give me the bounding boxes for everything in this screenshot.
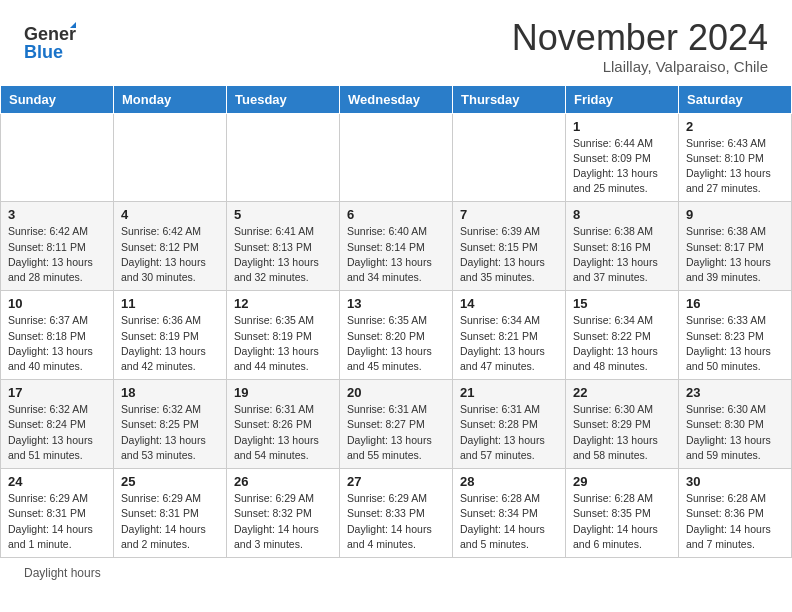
col-header-wednesday: Wednesday [340, 85, 453, 113]
col-header-monday: Monday [114, 85, 227, 113]
svg-text:General: General [24, 24, 76, 44]
day-info: Sunrise: 6:42 AM Sunset: 8:11 PM Dayligh… [8, 224, 106, 285]
calendar-cell: 11Sunrise: 6:36 AM Sunset: 8:19 PM Dayli… [114, 291, 227, 380]
day-info: Sunrise: 6:31 AM Sunset: 8:28 PM Dayligh… [460, 402, 558, 463]
calendar-cell: 8Sunrise: 6:38 AM Sunset: 8:16 PM Daylig… [566, 202, 679, 291]
day-info: Sunrise: 6:29 AM Sunset: 8:33 PM Dayligh… [347, 491, 445, 552]
calendar-cell: 21Sunrise: 6:31 AM Sunset: 8:28 PM Dayli… [453, 380, 566, 469]
day-number: 19 [234, 385, 332, 400]
day-info: Sunrise: 6:35 AM Sunset: 8:20 PM Dayligh… [347, 313, 445, 374]
logo-area: General Blue [24, 18, 76, 62]
calendar-cell: 19Sunrise: 6:31 AM Sunset: 8:26 PM Dayli… [227, 380, 340, 469]
col-header-tuesday: Tuesday [227, 85, 340, 113]
header: General Blue November 2024 Llaillay, Val… [0, 0, 792, 85]
calendar-cell [340, 113, 453, 202]
day-number: 4 [121, 207, 219, 222]
day-number: 21 [460, 385, 558, 400]
daylight-label: Daylight hours [24, 566, 101, 580]
svg-text:Blue: Blue [24, 42, 63, 62]
calendar-cell: 22Sunrise: 6:30 AM Sunset: 8:29 PM Dayli… [566, 380, 679, 469]
day-info: Sunrise: 6:38 AM Sunset: 8:17 PM Dayligh… [686, 224, 784, 285]
day-info: Sunrise: 6:31 AM Sunset: 8:27 PM Dayligh… [347, 402, 445, 463]
calendar-cell: 6Sunrise: 6:40 AM Sunset: 8:14 PM Daylig… [340, 202, 453, 291]
day-number: 9 [686, 207, 784, 222]
day-number: 12 [234, 296, 332, 311]
calendar-cell: 23Sunrise: 6:30 AM Sunset: 8:30 PM Dayli… [679, 380, 792, 469]
day-number: 23 [686, 385, 784, 400]
day-info: Sunrise: 6:28 AM Sunset: 8:36 PM Dayligh… [686, 491, 784, 552]
calendar-cell: 25Sunrise: 6:29 AM Sunset: 8:31 PM Dayli… [114, 469, 227, 558]
day-number: 17 [8, 385, 106, 400]
calendar-cell: 5Sunrise: 6:41 AM Sunset: 8:13 PM Daylig… [227, 202, 340, 291]
calendar-cell [453, 113, 566, 202]
calendar-cell: 3Sunrise: 6:42 AM Sunset: 8:11 PM Daylig… [1, 202, 114, 291]
calendar-cell: 17Sunrise: 6:32 AM Sunset: 8:24 PM Dayli… [1, 380, 114, 469]
day-info: Sunrise: 6:39 AM Sunset: 8:15 PM Dayligh… [460, 224, 558, 285]
calendar-cell: 24Sunrise: 6:29 AM Sunset: 8:31 PM Dayli… [1, 469, 114, 558]
day-number: 26 [234, 474, 332, 489]
day-number: 7 [460, 207, 558, 222]
day-info: Sunrise: 6:32 AM Sunset: 8:25 PM Dayligh… [121, 402, 219, 463]
day-number: 5 [234, 207, 332, 222]
day-info: Sunrise: 6:34 AM Sunset: 8:21 PM Dayligh… [460, 313, 558, 374]
calendar-cell: 27Sunrise: 6:29 AM Sunset: 8:33 PM Dayli… [340, 469, 453, 558]
calendar-cell: 10Sunrise: 6:37 AM Sunset: 8:18 PM Dayli… [1, 291, 114, 380]
location: Llaillay, Valparaiso, Chile [512, 58, 768, 75]
footer: Daylight hours [0, 558, 792, 588]
calendar-cell: 28Sunrise: 6:28 AM Sunset: 8:34 PM Dayli… [453, 469, 566, 558]
day-info: Sunrise: 6:37 AM Sunset: 8:18 PM Dayligh… [8, 313, 106, 374]
logo-icon: General Blue [24, 18, 76, 62]
calendar-week-1: 1Sunrise: 6:44 AM Sunset: 8:09 PM Daylig… [1, 113, 792, 202]
day-info: Sunrise: 6:28 AM Sunset: 8:34 PM Dayligh… [460, 491, 558, 552]
day-info: Sunrise: 6:40 AM Sunset: 8:14 PM Dayligh… [347, 224, 445, 285]
day-info: Sunrise: 6:43 AM Sunset: 8:10 PM Dayligh… [686, 136, 784, 197]
day-info: Sunrise: 6:38 AM Sunset: 8:16 PM Dayligh… [573, 224, 671, 285]
col-header-saturday: Saturday [679, 85, 792, 113]
day-number: 24 [8, 474, 106, 489]
calendar-cell: 14Sunrise: 6:34 AM Sunset: 8:21 PM Dayli… [453, 291, 566, 380]
calendar: SundayMondayTuesdayWednesdayThursdayFrid… [0, 85, 792, 558]
day-info: Sunrise: 6:34 AM Sunset: 8:22 PM Dayligh… [573, 313, 671, 374]
day-number: 3 [8, 207, 106, 222]
day-info: Sunrise: 6:42 AM Sunset: 8:12 PM Dayligh… [121, 224, 219, 285]
day-number: 22 [573, 385, 671, 400]
day-info: Sunrise: 6:36 AM Sunset: 8:19 PM Dayligh… [121, 313, 219, 374]
day-number: 30 [686, 474, 784, 489]
day-number: 13 [347, 296, 445, 311]
calendar-week-3: 10Sunrise: 6:37 AM Sunset: 8:18 PM Dayli… [1, 291, 792, 380]
calendar-cell: 4Sunrise: 6:42 AM Sunset: 8:12 PM Daylig… [114, 202, 227, 291]
day-number: 8 [573, 207, 671, 222]
calendar-week-4: 17Sunrise: 6:32 AM Sunset: 8:24 PM Dayli… [1, 380, 792, 469]
day-number: 20 [347, 385, 445, 400]
day-number: 2 [686, 119, 784, 134]
day-info: Sunrise: 6:31 AM Sunset: 8:26 PM Dayligh… [234, 402, 332, 463]
day-number: 18 [121, 385, 219, 400]
calendar-cell: 2Sunrise: 6:43 AM Sunset: 8:10 PM Daylig… [679, 113, 792, 202]
title-area: November 2024 Llaillay, Valparaiso, Chil… [512, 18, 768, 75]
calendar-cell: 26Sunrise: 6:29 AM Sunset: 8:32 PM Dayli… [227, 469, 340, 558]
calendar-cell [1, 113, 114, 202]
day-number: 25 [121, 474, 219, 489]
day-number: 14 [460, 296, 558, 311]
calendar-cell: 18Sunrise: 6:32 AM Sunset: 8:25 PM Dayli… [114, 380, 227, 469]
day-info: Sunrise: 6:44 AM Sunset: 8:09 PM Dayligh… [573, 136, 671, 197]
day-info: Sunrise: 6:29 AM Sunset: 8:32 PM Dayligh… [234, 491, 332, 552]
calendar-cell: 13Sunrise: 6:35 AM Sunset: 8:20 PM Dayli… [340, 291, 453, 380]
calendar-cell [114, 113, 227, 202]
calendar-week-5: 24Sunrise: 6:29 AM Sunset: 8:31 PM Dayli… [1, 469, 792, 558]
day-number: 10 [8, 296, 106, 311]
day-info: Sunrise: 6:41 AM Sunset: 8:13 PM Dayligh… [234, 224, 332, 285]
day-info: Sunrise: 6:29 AM Sunset: 8:31 PM Dayligh… [121, 491, 219, 552]
day-info: Sunrise: 6:29 AM Sunset: 8:31 PM Dayligh… [8, 491, 106, 552]
day-info: Sunrise: 6:32 AM Sunset: 8:24 PM Dayligh… [8, 402, 106, 463]
day-number: 15 [573, 296, 671, 311]
col-header-sunday: Sunday [1, 85, 114, 113]
day-info: Sunrise: 6:33 AM Sunset: 8:23 PM Dayligh… [686, 313, 784, 374]
calendar-cell: 30Sunrise: 6:28 AM Sunset: 8:36 PM Dayli… [679, 469, 792, 558]
day-info: Sunrise: 6:28 AM Sunset: 8:35 PM Dayligh… [573, 491, 671, 552]
calendar-cell: 7Sunrise: 6:39 AM Sunset: 8:15 PM Daylig… [453, 202, 566, 291]
day-number: 27 [347, 474, 445, 489]
day-info: Sunrise: 6:30 AM Sunset: 8:29 PM Dayligh… [573, 402, 671, 463]
col-header-friday: Friday [566, 85, 679, 113]
calendar-cell [227, 113, 340, 202]
